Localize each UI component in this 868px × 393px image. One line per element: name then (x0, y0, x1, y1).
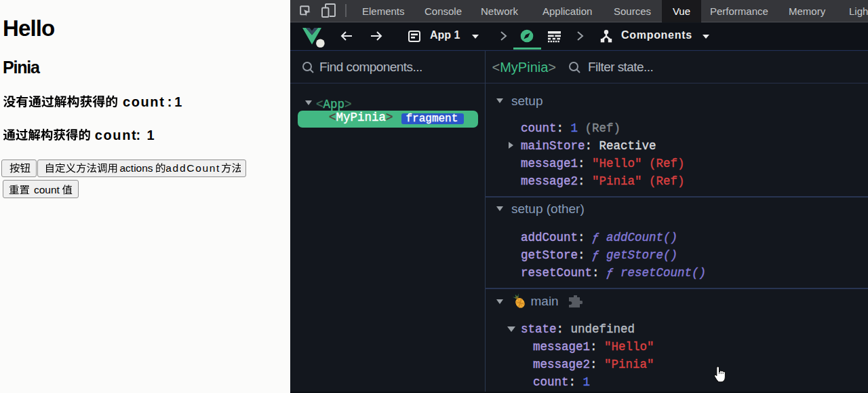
svg-text::: : (167, 94, 172, 109)
svg-text:1: 1 (147, 128, 155, 143)
svg-text:actions: actions (120, 163, 153, 174)
svg-text::: : (136, 128, 141, 143)
svg-text:count: count (123, 94, 165, 109)
svg-text:1: 1 (174, 94, 182, 109)
svg-text:count: count (34, 185, 60, 195)
svg-text:addCount: addCount (165, 163, 220, 174)
svg-text:count: count (95, 128, 137, 143)
